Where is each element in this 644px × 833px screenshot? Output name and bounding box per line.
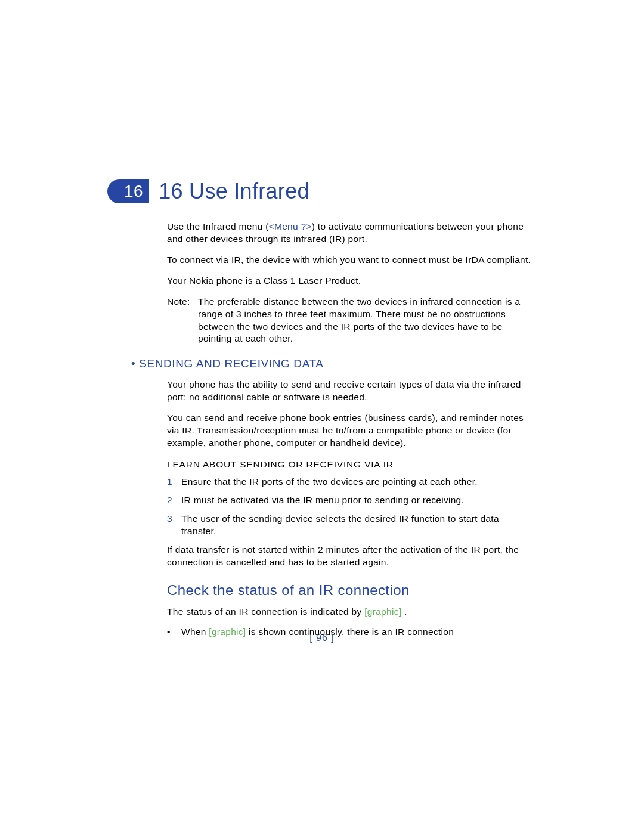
item-text: Ensure that the IR ports of the two devi…: [181, 476, 537, 488]
note-label: Note:: [167, 296, 198, 346]
section1-p3-wrap: If data transfer is not started within 2…: [167, 544, 537, 569]
menu-reference: <Menu ?>: [269, 221, 312, 231]
note-block: Note: The preferable distance between th…: [167, 296, 537, 346]
list-item: 1 Ensure that the IR ports of the two de…: [167, 476, 537, 488]
section1-p1: Your phone has the ability to send and r…: [167, 379, 537, 404]
status-after: .: [401, 606, 407, 617]
chapter-header: 16 16 Use Infrared: [107, 179, 537, 204]
status-before: The status of an IR connection is indica…: [167, 606, 364, 617]
item-text: IR must be activated via the IR menu pri…: [181, 494, 537, 507]
intro-p1: Use the Infrared menu (<Menu ?>) to acti…: [167, 221, 537, 246]
item-number: 2: [167, 494, 181, 507]
intro-p1-before: Use the Infrared menu (: [167, 221, 269, 231]
subheading-check-status: Check the status of an IR connection: [167, 582, 537, 599]
list-item: 3 The user of the sending device selects…: [167, 513, 537, 538]
section1-body: Your phone has the ability to send and r…: [167, 379, 537, 450]
section1-p3: If data transfer is not started within 2…: [167, 544, 537, 569]
item-text: The user of the sending device selects t…: [181, 513, 537, 538]
subsection-heading-learn: LEARN ABOUT SENDING OR RECEIVING VIA IR: [167, 459, 537, 470]
chapter-tab: 16: [107, 179, 149, 203]
page-number: [ 96 ]: [0, 633, 644, 643]
section1-p2: You can send and receive phone book entr…: [167, 412, 537, 450]
chapter-title: 16 Use Infrared: [159, 179, 309, 204]
section-heading-sending: • SENDING AND RECEIVING DATA: [143, 357, 537, 370]
graphic-placeholder: [graphic]: [364, 606, 401, 617]
numbered-list: 1 Ensure that the IR ports of the two de…: [167, 476, 537, 538]
intro-paragraphs: Use the Infrared menu (<Menu ?>) to acti…: [167, 221, 537, 287]
list-item: 2 IR must be activated via the IR menu p…: [167, 494, 537, 507]
page-content: 16 16 Use Infrared Use the Infrared menu…: [107, 179, 537, 645]
status-text: The status of an IR connection is indica…: [167, 606, 537, 618]
note-text: The preferable distance between the two …: [198, 296, 537, 346]
item-number: 3: [167, 513, 181, 538]
intro-p2: To connect via IR, the device with which…: [167, 254, 537, 267]
intro-p3: Your Nokia phone is a Class 1 Laser Prod…: [167, 275, 537, 287]
item-number: 1: [167, 476, 181, 488]
